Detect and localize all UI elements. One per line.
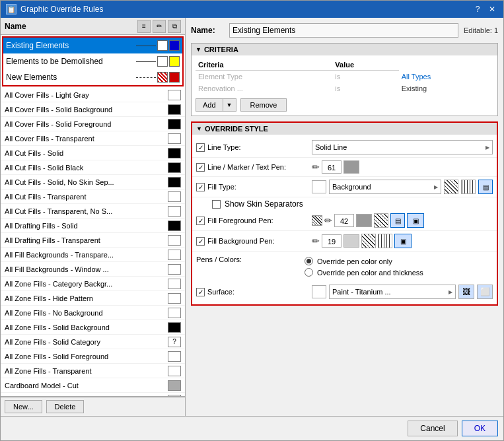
radio-override-pen-only[interactable]: Override pen color only xyxy=(305,257,423,265)
fill-bg-pen-value[interactable]: 19 xyxy=(322,234,342,248)
list-item[interactable]: All Drafting Fills - Solid xyxy=(1,219,185,233)
line-pen-label: Line / Marker / Text Pen: xyxy=(207,163,306,171)
filter-list: All Cover Fills - Light Gray All Cover F… xyxy=(1,88,185,397)
fill-bg-color[interactable] xyxy=(343,234,359,248)
list-item[interactable]: All Drafting Fills - Transparent xyxy=(1,233,185,248)
line-type-label: Line Type: xyxy=(207,143,306,151)
sort-icon[interactable]: ≡ xyxy=(137,20,151,33)
radio-override-pen-thickness[interactable]: Override pen color and thickness xyxy=(305,268,423,277)
skin-sep-label: Show Skin Separators xyxy=(225,199,303,209)
texture-btn2[interactable]: ⬜ xyxy=(477,285,493,299)
fill-fg-color[interactable] xyxy=(356,214,372,227)
dialog-icon: 📋 xyxy=(6,4,17,15)
list-item[interactable]: All Fill Backgrounds - Window ... xyxy=(1,262,185,277)
copy-icon[interactable]: ⧉ xyxy=(168,20,181,33)
list-item[interactable]: Cardboard Model - Cut xyxy=(1,378,185,393)
list-item[interactable]: All Cover Fills - Solid Foreground xyxy=(1,117,185,131)
fill-bg-pen-icon: ✏ xyxy=(312,236,320,246)
list-item[interactable]: All Cut Fills - Solid, No Skin Sep... xyxy=(1,175,185,189)
fill-type-checkbox[interactable] xyxy=(196,183,205,191)
line-pen-value[interactable]: 61 xyxy=(322,160,342,174)
list-item[interactable]: All Cut Fills - Solid Black xyxy=(1,160,185,175)
name-input[interactable] xyxy=(229,23,458,38)
cancel-button[interactable]: Cancel xyxy=(408,421,457,436)
skin-sep-checkbox[interactable] xyxy=(212,200,221,209)
dialog-title: Graphic Override Rules xyxy=(20,5,103,14)
list-item[interactable]: All Cut Fills - Solid xyxy=(1,146,185,160)
rule-name-new: New Elements xyxy=(6,73,136,82)
texture-btn1[interactable]: 🖼 xyxy=(458,285,474,299)
edit-icon[interactable]: ✏ xyxy=(153,20,166,33)
list-item[interactable]: All Cover Fills - Solid Background xyxy=(1,102,185,117)
add-button[interactable]: Add xyxy=(196,98,223,112)
fill-bg-pattern3[interactable]: ▣ xyxy=(394,234,412,248)
fill-fg-pen-label: Fill Foreground Pen: xyxy=(207,217,306,224)
fill-type-label: Fill Type: xyxy=(207,183,306,191)
criteria-row: Element Type is All Types xyxy=(196,71,493,83)
fill-fg-pattern2[interactable]: ▤ xyxy=(390,213,405,228)
list-item[interactable]: All Zone Fills - Solid Category ? xyxy=(1,335,185,349)
rule-item-new[interactable]: New Elements xyxy=(3,69,182,85)
add-dropdown-button[interactable]: ▼ xyxy=(223,98,236,112)
list-item[interactable]: All Cover Fills - Transparent xyxy=(1,131,185,146)
close-button[interactable]: ✕ xyxy=(486,3,498,15)
remove-button[interactable]: Remove xyxy=(240,98,287,112)
fill-fg-pen-icon: ✏ xyxy=(324,215,332,226)
column-header: Name xyxy=(5,22,26,31)
criteria-section: ▼ CRITERIA Criteria Value Ele xyxy=(191,43,498,116)
radio-pen-only-indicator[interactable] xyxy=(305,257,313,265)
editable-label: Editable: 1 xyxy=(464,26,498,34)
list-item[interactable]: All Zone Fills - No Background xyxy=(1,306,185,320)
fill-pattern-btn3[interactable]: ▤ xyxy=(478,180,493,194)
fill-pattern-btn2[interactable] xyxy=(461,180,476,194)
name-label: Name: xyxy=(191,26,224,35)
rule-item-existing[interactable]: Existing Elements xyxy=(3,38,182,53)
fill-bg-pen-checkbox[interactable] xyxy=(196,237,205,246)
list-item[interactable]: All Fill Backgrounds - Transpare... xyxy=(1,248,185,262)
fill-type-dropdown[interactable]: Background ▶ xyxy=(329,180,441,194)
fill-bg-pattern2[interactable] xyxy=(378,234,392,248)
surface-swatch xyxy=(312,285,326,298)
list-item[interactable]: All Zone Fills - Transparent xyxy=(1,364,185,378)
fill-bg-pen-label: Fill Background Pen: xyxy=(207,237,306,245)
help-button[interactable]: ? xyxy=(472,3,484,15)
list-item[interactable]: All Zone Fills - Solid Foreground xyxy=(1,349,185,364)
fill-fg-hatch-icon xyxy=(312,215,322,226)
fill-fg-pen-checkbox[interactable] xyxy=(196,217,205,225)
list-item[interactable]: All Cut Fills - Transparent, No S... xyxy=(1,204,185,219)
surface-dropdown[interactable]: Paint - Titanium ... ▶ xyxy=(329,285,456,299)
list-item[interactable]: All Cut Fills - Transparent xyxy=(1,189,185,204)
new-button[interactable]: New... xyxy=(5,400,42,413)
override-section: ▼ OVERRIDE STYLE Line Type: Solid Line xyxy=(191,121,498,306)
delete-button[interactable]: Delete xyxy=(46,400,85,413)
rule-name-demolished: Elements to be Demolished xyxy=(6,57,136,66)
list-item[interactable]: All Zone Fills - Solid Background xyxy=(1,320,185,335)
rule-item-demolished[interactable]: Elements to be Demolished xyxy=(3,53,182,69)
radio-pen-thickness-indicator[interactable] xyxy=(305,268,313,277)
line-pen-color[interactable] xyxy=(343,160,359,174)
fill-fg-pattern1[interactable] xyxy=(374,213,388,228)
line-pen-checkbox[interactable] xyxy=(196,163,205,172)
ok-button[interactable]: OK xyxy=(462,421,498,436)
pen-icon: ✏ xyxy=(312,162,320,172)
criteria-collapse-icon[interactable]: ▼ xyxy=(196,46,201,53)
surface-label: Surface: xyxy=(207,288,306,296)
list-item[interactable]: All Cover Fills - Light Gray xyxy=(1,88,185,102)
override-title: OVERRIDE STYLE xyxy=(205,125,268,133)
list-item[interactable]: All Zone Fills - Hide Pattern xyxy=(1,291,185,306)
rule-name-existing: Existing Elements xyxy=(6,41,136,50)
criteria-col-criteria: Criteria xyxy=(196,59,332,71)
override-collapse-icon[interactable]: ▼ xyxy=(196,125,202,132)
list-item[interactable]: All Zone Fills - Category Backgr... xyxy=(1,277,185,291)
fill-fg-pattern3[interactable]: ▣ xyxy=(407,213,424,228)
line-type-checkbox[interactable] xyxy=(196,143,205,152)
fill-swatch xyxy=(312,180,326,193)
fill-fg-pen-value[interactable]: 42 xyxy=(334,214,354,227)
criteria-row: Renovation ... is Existing xyxy=(196,83,493,94)
line-type-dropdown[interactable]: Solid Line ▶ xyxy=(312,140,493,154)
surface-checkbox[interactable] xyxy=(196,288,205,296)
fill-bg-pattern1[interactable] xyxy=(361,234,376,248)
criteria-col-value: Value xyxy=(332,59,398,71)
fill-pattern-btn1[interactable] xyxy=(444,180,458,194)
criteria-title: CRITERIA xyxy=(204,46,238,53)
